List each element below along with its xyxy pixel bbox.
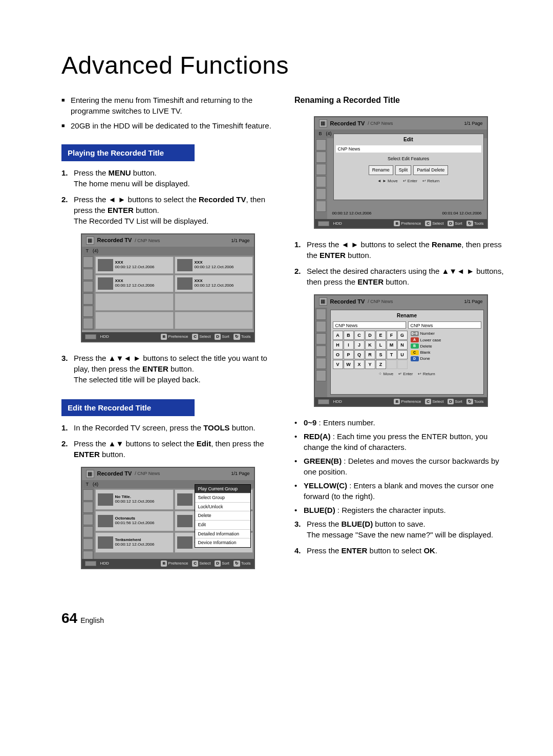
note-text: 20GB in the HDD will be dedicated to the…: [71, 120, 271, 131]
legend-row: ALower case: [411, 337, 481, 343]
osk-key: [397, 360, 408, 369]
tv-rename-keyboard: ▦ Recorded TV / CNP News 1/1 Page Rename…: [314, 294, 488, 407]
osk-key: U: [397, 350, 408, 359]
tv-icon: ▦: [319, 119, 327, 127]
step-num: 1.: [61, 422, 74, 433]
osk-key: [387, 360, 397, 369]
step-text: Press the ◄ ► buttons to select the Reco…: [74, 194, 274, 226]
tv-tools-menu: ▦ Recorded TV / CNP News 1/1 Page T (4) …: [81, 467, 255, 569]
osk-key: F: [387, 331, 397, 340]
left-column: ■ Entering the menu from Timeshift and r…: [61, 95, 274, 579]
split-button: Split: [395, 165, 412, 175]
step-num: 3.: [61, 353, 74, 385]
step-num: 2.: [61, 194, 74, 226]
legend-row: 0~9Number: [411, 331, 481, 336]
tv-icon: ▦: [319, 297, 327, 306]
step-num: 1.: [61, 167, 74, 189]
tools-popup: Play Current Group Select Group Lock/Unl…: [195, 484, 251, 548]
section-playing-title: Playing the Recorded Title: [61, 144, 195, 161]
osk-key: A: [333, 331, 343, 340]
side-icon: [83, 306, 93, 317]
osk-key: T: [387, 350, 397, 359]
osk-key: C: [354, 331, 365, 340]
page-title: Advanced Functions: [61, 51, 507, 79]
step-text: Press the ▲▼ buttons to select the Edit,…: [74, 438, 274, 460]
osk-key: N: [397, 340, 408, 350]
osk-key: O: [333, 350, 343, 359]
right-column: Renaming a Recorded Title ▦ Recorded TV …: [294, 95, 507, 579]
osk-key: K: [365, 340, 375, 350]
step-text: Select the desired characters using the …: [307, 266, 507, 287]
tv-icon: ▦: [86, 236, 94, 245]
osk-key: X: [354, 360, 365, 369]
step-num: 1.: [294, 239, 307, 261]
osk-key: Q: [354, 350, 365, 359]
osk-key: L: [376, 340, 386, 350]
legend-row: CBlank: [411, 350, 481, 355]
tv-icon: ▦: [86, 470, 94, 478]
rename-dialog: Rename CNP News CNP News ABCDEFGHIJKLMNO…: [330, 310, 484, 395]
osk-key: P: [344, 350, 354, 359]
page-number: 64: [61, 610, 77, 627]
step-text: Press the ▲▼◄ ► buttons to select the ti…: [74, 353, 274, 385]
side-icon: [83, 281, 93, 292]
step-text: Press the ◄ ► buttons to select the Rena…: [307, 239, 507, 261]
partial-delete-button: Partial Delete: [413, 165, 448, 175]
side-icon: [83, 269, 93, 280]
osk-key: I: [344, 340, 354, 350]
note-text: Entering the menu from Timeshift and ret…: [71, 95, 274, 116]
tv-edit-dialog: ▦ Recorded TV / CNP News 1/1 Page B (4): [314, 116, 488, 229]
step-num: 2.: [61, 438, 74, 460]
step-text: In the Recorded TV screen, press the TOO…: [74, 422, 274, 433]
step-num: 3.: [294, 519, 307, 540]
section-edit-title: Edit the Recorded Title: [61, 399, 195, 416]
osk-key: Y: [365, 360, 375, 369]
step-num: 4.: [294, 545, 307, 556]
page-language: English: [80, 616, 104, 624]
osk-key: R: [365, 350, 375, 359]
note-bullet: ■: [61, 120, 71, 131]
osk-key: S: [376, 350, 386, 359]
osk-key: W: [344, 360, 354, 369]
osk-grid: ABCDEFGHIJKLMNOPQRSTUVWXYZ: [333, 331, 408, 369]
renaming-heading: Renaming a Recorded Title: [294, 95, 507, 106]
side-icon: [83, 256, 93, 268]
step-text: Press the ENTER button to select OK.: [307, 545, 507, 556]
legend-row: BDelete: [411, 343, 481, 349]
note-bullet: ■: [61, 95, 71, 116]
edit-dialog: Edit CNP News Select Edit Features Renam…: [333, 134, 484, 200]
osk-key: H: [333, 340, 343, 350]
osk-key: J: [354, 340, 365, 350]
rename-button: Rename: [369, 165, 393, 175]
osk-key: G: [397, 331, 408, 340]
osk-key: M: [387, 340, 397, 350]
osk-key: Z: [376, 360, 386, 369]
step-num: 2.: [294, 266, 307, 287]
step-text: Press the BLUE(D) button to save. The me…: [307, 519, 507, 540]
osk-key: V: [333, 360, 343, 369]
legend-row: DDone: [411, 356, 481, 361]
hdd-icon: [85, 334, 96, 339]
side-icon: [83, 318, 93, 329]
osk-key: E: [376, 331, 386, 340]
side-icon: [83, 293, 93, 305]
step-text: Press the MENU button. The home menu wil…: [74, 167, 274, 189]
osk-key: B: [344, 331, 354, 340]
osk-key: D: [365, 331, 375, 340]
tv-recorded-list: ▦ Recorded TV / CNP News 1/1 Page T (4): [81, 233, 255, 342]
